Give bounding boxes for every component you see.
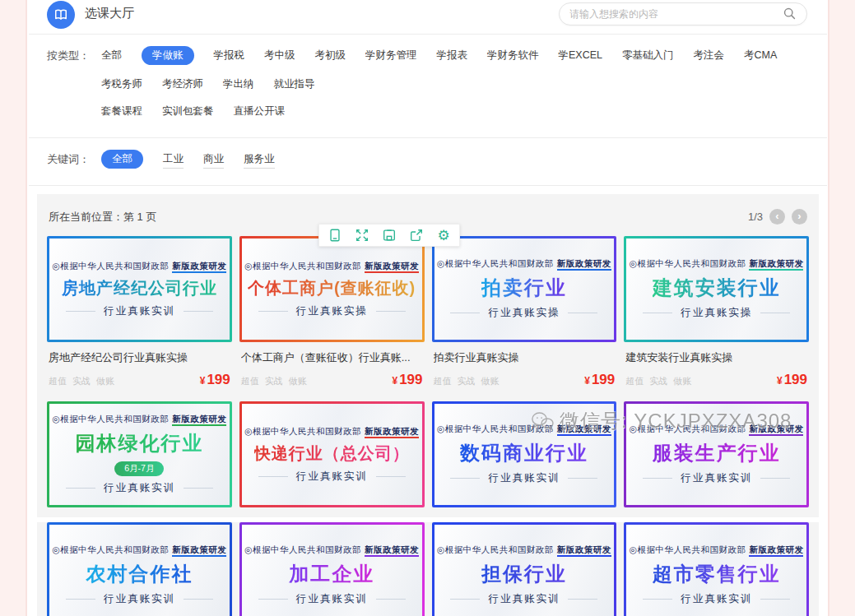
filter-tag[interactable]: 学报表 xyxy=(437,46,468,65)
filter-tag[interactable]: 学做账 xyxy=(142,46,194,65)
right-margin-strip xyxy=(828,0,855,616)
course-card[interactable]: ◎根据中华人民共和国财政部新版政策研发 加工企业 行业真账实训 加工企业行业会计… xyxy=(239,522,425,616)
filter-tag[interactable]: 学财务管理 xyxy=(365,46,417,65)
course-price: ¥199 xyxy=(200,372,230,388)
course-card-cover[interactable]: ◎根据中华人民共和国财政部新版政策研发 快递行业（总公司） 行业真账实训 xyxy=(239,401,425,507)
card-policy-badge: ◎根据中华人民共和国财政部新版政策研发 xyxy=(244,426,419,438)
course-card[interactable]: ◎根据中华人民共和国财政部新版政策研发 园林绿化行业 6月-7月 行业真账实训 xyxy=(47,401,232,507)
course-card-info: 拍卖行业真账实操 超值实战做账 ¥199 xyxy=(432,342,617,393)
prev-page-button[interactable]: ‹ xyxy=(769,209,785,225)
filter-tag[interactable]: 考经济师 xyxy=(162,75,203,94)
course-tags: 超值实战做账 xyxy=(49,375,114,387)
filter-tag[interactable]: 零基础入门 xyxy=(622,46,674,65)
course-tags: 超值实战做账 xyxy=(625,375,691,387)
filter-tag[interactable]: 就业指导 xyxy=(274,75,315,94)
filter-tag[interactable]: 学财务软件 xyxy=(487,46,539,65)
course-name-link[interactable]: 个体工商户（查账征收）行业真账... xyxy=(241,350,423,365)
course-card-cover[interactable]: ◎根据中华人民共和国财政部新版政策研发 园林绿化行业 6月-7月 行业真账实训 xyxy=(47,401,232,507)
course-card-info: 个体工商户（查账征收）行业真账... 超值实战做账 ¥199 xyxy=(239,342,425,393)
filter-tag[interactable]: 直播公开课 xyxy=(234,102,286,121)
course-name-link[interactable]: 建筑安装行业真账实操 xyxy=(625,350,807,365)
card-policy-badge: ◎根据中华人民共和国财政部新版政策研发 xyxy=(53,414,227,425)
wechat-icon xyxy=(530,410,555,432)
card-industry-title: 房地产经纪公司行业 xyxy=(62,277,217,299)
pagination: 1/3 ‹ › xyxy=(748,209,807,225)
filter-tag[interactable]: 实训包套餐 xyxy=(162,102,214,121)
course-card-cover[interactable]: ◎根据中华人民共和国财政部新版政策研发 担保行业 行业真账实训 xyxy=(432,522,617,616)
course-tags: 超值实战做账 xyxy=(434,375,500,387)
expand-icon[interactable] xyxy=(354,227,370,243)
course-name-link[interactable]: 房地产经纪公司行业真账实操 xyxy=(49,350,230,365)
course-card[interactable]: ◎根据中华人民共和国财政部新版政策研发 快递行业（总公司） 行业真账实训 xyxy=(239,401,425,507)
book-icon xyxy=(47,1,75,29)
card-policy-badge: ◎根据中华人民共和国财政部新版政策研发 xyxy=(53,544,227,556)
course-price: ¥199 xyxy=(392,372,422,388)
filter-tag[interactable]: 商业 xyxy=(203,150,224,169)
card-industry-title: 服装生产行业 xyxy=(653,440,781,466)
filter-tag[interactable]: 考CMA xyxy=(744,46,777,65)
watermark: 微信号: YCKJPXZXA308 xyxy=(530,408,792,434)
course-card-cover[interactable]: ◎根据中华人民共和国财政部新版政策研发 房地产经纪公司行业 行业真账实训 xyxy=(47,236,232,342)
course-card-cover[interactable]: ◎根据中华人民共和国财政部新版政策研发 建筑安装行业 行业真账实操 xyxy=(624,236,809,342)
settings-icon[interactable]: ⚙ xyxy=(435,227,452,243)
course-card[interactable]: ◎根据中华人民共和国财政部新版政策研发 农村合作社 行业真账实训 农村合作社行业… xyxy=(47,522,232,616)
course-price: ¥199 xyxy=(584,372,615,388)
card-subtitle: 行业真账实训 xyxy=(450,471,597,485)
card-policy-badge: ◎根据中华人民共和国财政部新版政策研发 xyxy=(244,544,419,556)
filter-tag[interactable]: 套餐课程 xyxy=(101,102,142,121)
filter-tag[interactable]: 考中级 xyxy=(264,46,295,65)
card-industry-title: 个体工商户(查账征收) xyxy=(248,277,416,299)
card-subtitle: 行业真账实训 xyxy=(643,592,790,606)
filter-tag[interactable]: 考税务师 xyxy=(101,75,142,94)
card-industry-title: 加工企业 xyxy=(289,561,374,587)
search-box[interactable] xyxy=(559,2,807,25)
course-list-panel-2: ◎根据中华人民共和国财政部新版政策研发 农村合作社 行业真账实训 农村合作社行业… xyxy=(37,522,819,616)
page-title: 选课大厅 xyxy=(85,6,134,21)
filter-tag[interactable]: 全部 xyxy=(101,46,122,65)
next-page-button[interactable]: › xyxy=(792,209,807,225)
filter-tag[interactable]: 工业 xyxy=(163,150,184,169)
filter-tag[interactable]: 考注会 xyxy=(694,46,725,65)
course-card-cover[interactable]: ◎根据中华人民共和国财政部新版政策研发 个体工商户(查账征收) 行业真账实操 xyxy=(239,236,425,342)
card-subtitle: 行业真账实操 xyxy=(643,306,790,320)
filter-tag[interactable]: 学出纳 xyxy=(223,75,254,94)
share-icon[interactable] xyxy=(408,227,425,243)
course-card[interactable]: ◎根据中华人民共和国财政部新版政策研发 超市零售行业 行业真账实训 超市零售行业… xyxy=(624,522,809,616)
card-month-pill: 6月-7月 xyxy=(114,461,164,476)
card-industry-title: 拍卖行业 xyxy=(481,275,567,301)
card-industry-title: 农村合作社 xyxy=(86,561,193,587)
card-policy-badge: ◎根据中华人民共和国财政部新版政策研发 xyxy=(630,258,804,270)
filter-tag[interactable]: 学EXCEL xyxy=(559,46,603,65)
search-input[interactable] xyxy=(569,8,783,20)
course-card[interactable]: ◎根据中华人民共和国财政部新版政策研发 拍卖行业 行业真账实操 拍卖行业真账实操… xyxy=(432,236,617,393)
window-capture-icon[interactable] xyxy=(327,227,343,243)
course-hall-page: 选课大厅 按类型： 全部学做账学报税考中级考初级学财务管理学报表学财务软件学EX… xyxy=(29,0,827,616)
course-price: ¥199 xyxy=(777,372,807,388)
keyword-filter-label: 关键词： xyxy=(47,150,90,177)
course-card-cover[interactable]: ◎根据中华人民共和国财政部新版政策研发 农村合作社 行业真账实训 xyxy=(47,522,232,616)
page-indicator: 1/3 xyxy=(748,211,763,223)
course-card[interactable]: ◎根据中华人民共和国财政部新版政策研发 个体工商户(查账征收) 行业真账实操 个… xyxy=(239,236,425,393)
course-card-cover[interactable]: ◎根据中华人民共和国财政部新版政策研发 超市零售行业 行业真账实训 xyxy=(624,522,809,616)
course-card-cover[interactable]: ◎根据中华人民共和国财政部新版政策研发 拍卖行业 行业真账实操 xyxy=(432,236,617,342)
card-policy-badge: ◎根据中华人民共和国财政部新版政策研发 xyxy=(437,544,611,556)
card-subtitle: 行业真账实操 xyxy=(258,304,406,318)
course-grid-row-3: ◎根据中华人民共和国财政部新版政策研发 农村合作社 行业真账实训 农村合作社行业… xyxy=(47,522,809,616)
filter-tag[interactable]: 学报税 xyxy=(214,46,245,65)
course-card[interactable]: ◎根据中华人民共和国财政部新版政策研发 建筑安装行业 行业真账实操 建筑安装行业… xyxy=(624,236,809,393)
card-industry-title: 超市零售行业 xyxy=(653,561,781,587)
search-icon[interactable] xyxy=(783,7,797,21)
card-subtitle: 行业真账实训 xyxy=(258,592,406,606)
card-subtitle: 行业真账实操 xyxy=(450,306,597,320)
course-name-link[interactable]: 拍卖行业真账实操 xyxy=(434,350,616,365)
current-position-text: 所在当前位置：第 1 页 xyxy=(49,210,156,225)
course-card[interactable]: ◎根据中华人民共和国财政部新版政策研发 房地产经纪公司行业 行业真账实训 房地产… xyxy=(47,236,232,393)
course-card-cover[interactable]: ◎根据中华人民共和国财政部新版政策研发 加工企业 行业真账实训 xyxy=(239,522,425,616)
filter-tag[interactable]: 服务业 xyxy=(244,150,275,169)
keyword-filter-section: 关键词： 全部工业商业服务业 xyxy=(29,138,827,186)
card-subtitle: 行业真账实训 xyxy=(66,304,213,318)
save-icon[interactable] xyxy=(381,227,397,243)
filter-tag[interactable]: 考初级 xyxy=(315,46,346,65)
course-card[interactable]: ◎根据中华人民共和国财政部新版政策研发 担保行业 行业真账实训 担保行业真账实操… xyxy=(432,522,617,616)
filter-tag[interactable]: 全部 xyxy=(101,150,143,169)
